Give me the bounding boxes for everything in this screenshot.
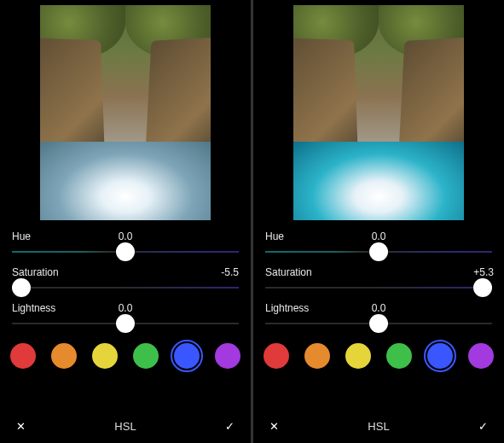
image-preview [293, 5, 464, 220]
close-icon[interactable]: ✕ [10, 416, 31, 436]
footer-bar: ✕ HSL ✓ [264, 412, 494, 436]
swatch-yellow[interactable] [92, 343, 118, 369]
hue-label: Hue [265, 230, 284, 242]
swatch-red[interactable] [10, 343, 36, 369]
hue-slider[interactable] [265, 251, 492, 253]
saturation-slider-block: Saturation +5.3 [264, 266, 494, 295]
lightness-slider-block: Lightness 0.0 [264, 302, 494, 331]
saturation-label: Saturation [265, 266, 312, 278]
mode-label: HSL [114, 420, 136, 433]
color-swatch-row [10, 343, 240, 369]
swatch-green[interactable] [133, 343, 159, 369]
hue-label: Hue [12, 230, 31, 242]
close-icon[interactable]: ✕ [264, 416, 284, 436]
saturation-slider-block: Saturation -5.5 [10, 266, 240, 295]
swatch-purple[interactable] [215, 343, 240, 369]
hue-slider-block: Hue 0.0 [10, 230, 240, 259]
confirm-icon[interactable]: ✓ [220, 416, 240, 436]
lightness-slider[interactable] [265, 323, 492, 324]
swatch-green[interactable] [386, 343, 412, 369]
saturation-value: +5.3 [473, 266, 494, 278]
swatch-blue[interactable] [427, 343, 453, 369]
scene-water [293, 142, 464, 220]
saturation-label: Saturation [12, 266, 59, 278]
hue-value: 0.0 [119, 230, 133, 242]
swatch-orange[interactable] [304, 343, 330, 369]
lightness-value: 0.0 [372, 302, 386, 314]
scene-water [40, 142, 211, 220]
swatch-red[interactable] [264, 343, 289, 369]
color-swatch-row [264, 343, 494, 369]
footer-bar: ✕ HSL ✓ [10, 412, 240, 436]
saturation-slider[interactable] [12, 287, 239, 289]
hue-thumb[interactable] [116, 242, 135, 261]
saturation-value: -5.5 [221, 266, 239, 278]
swatch-purple[interactable] [468, 343, 494, 369]
lightness-thumb[interactable] [116, 314, 135, 333]
lightness-slider-block: Lightness 0.0 [10, 302, 240, 331]
confirm-icon[interactable]: ✓ [473, 416, 494, 436]
saturation-slider[interactable] [265, 287, 492, 289]
lightness-label: Lightness [265, 302, 309, 314]
screen-right: Hue 0.0 Saturation +5.3 Lightness 0.0 [253, 0, 504, 443]
image-preview [40, 5, 211, 220]
swatch-orange[interactable] [51, 343, 77, 369]
comparison-stage: Hue 0.0 Saturation -5.5 Lightness 0.0 [0, 0, 504, 443]
lightness-slider[interactable] [12, 323, 239, 324]
saturation-thumb[interactable] [473, 278, 492, 297]
hue-thumb[interactable] [369, 242, 388, 261]
hue-slider-block: Hue 0.0 [264, 230, 494, 259]
screen-left: Hue 0.0 Saturation -5.5 Lightness 0.0 [0, 0, 251, 443]
lightness-value: 0.0 [119, 302, 133, 314]
lightness-label: Lightness [12, 302, 55, 314]
swatch-blue[interactable] [174, 343, 200, 369]
hue-value: 0.0 [372, 230, 386, 242]
saturation-thumb[interactable] [12, 278, 31, 297]
mode-label: HSL [368, 420, 389, 433]
lightness-thumb[interactable] [369, 314, 388, 333]
hue-slider[interactable] [12, 251, 239, 253]
swatch-yellow[interactable] [345, 343, 371, 369]
